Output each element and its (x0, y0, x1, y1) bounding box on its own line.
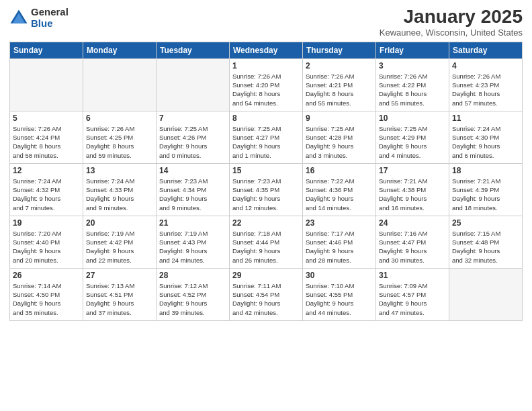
day-number: 7 (159, 113, 226, 123)
day-number: 26 (13, 271, 80, 280)
calendar-day-cell: 8Sunrise: 7:25 AM Sunset: 4:27 PM Daylig… (230, 111, 303, 163)
logo-text: General Blue (31, 7, 69, 29)
day-number: 2 (306, 61, 373, 71)
day-number: 20 (86, 218, 153, 228)
calendar-day-cell: 17Sunrise: 7:21 AM Sunset: 4:38 PM Dayli… (376, 163, 449, 216)
calendar-day-cell: 26Sunrise: 7:14 AM Sunset: 4:50 PM Dayli… (10, 268, 83, 320)
calendar-day-cell: 13Sunrise: 7:24 AM Sunset: 4:33 PM Dayli… (83, 163, 157, 216)
calendar-day-cell: 3Sunrise: 7:26 AM Sunset: 4:22 PM Daylig… (376, 58, 449, 111)
calendar-header: SundayMondayTuesdayWednesdayThursdayFrid… (10, 42, 523, 58)
calendar-table: SundayMondayTuesdayWednesdayThursdayFrid… (9, 42, 523, 321)
weekday-header: Saturday (449, 42, 523, 58)
day-info: Sunrise: 7:25 AM Sunset: 4:29 PM Dayligh… (379, 124, 446, 160)
day-info: Sunrise: 7:23 AM Sunset: 4:35 PM Dayligh… (232, 177, 300, 212)
day-info: Sunrise: 7:22 AM Sunset: 4:36 PM Dayligh… (306, 177, 373, 212)
day-info: Sunrise: 7:16 AM Sunset: 4:47 PM Dayligh… (379, 229, 446, 265)
day-info: Sunrise: 7:24 AM Sunset: 4:32 PM Dayligh… (13, 177, 80, 212)
day-info: Sunrise: 7:10 AM Sunset: 4:55 PM Dayligh… (306, 281, 373, 317)
day-info: Sunrise: 7:25 AM Sunset: 4:27 PM Dayligh… (232, 124, 300, 160)
calendar-day-cell: 19Sunrise: 7:20 AM Sunset: 4:40 PM Dayli… (10, 216, 83, 268)
page: General Blue January 2025 Kewaunee, Wisc… (0, 0, 532, 411)
calendar-day-cell (449, 268, 523, 320)
day-number: 18 (452, 166, 519, 175)
day-info: Sunrise: 7:19 AM Sunset: 4:43 PM Dayligh… (159, 229, 226, 265)
calendar-day-cell: 20Sunrise: 7:19 AM Sunset: 4:42 PM Dayli… (83, 216, 157, 268)
day-info: Sunrise: 7:19 AM Sunset: 4:42 PM Dayligh… (86, 229, 153, 265)
day-number: 5 (13, 113, 80, 123)
day-number: 14 (159, 166, 226, 175)
day-number: 13 (86, 166, 153, 175)
day-number: 4 (452, 61, 519, 71)
day-number: 15 (232, 166, 300, 175)
day-number: 24 (379, 218, 446, 228)
day-info: Sunrise: 7:11 AM Sunset: 4:54 PM Dayligh… (232, 281, 300, 317)
logo-icon (9, 9, 28, 28)
day-number: 27 (86, 271, 153, 280)
day-number: 9 (306, 113, 373, 123)
calendar-day-cell: 6Sunrise: 7:26 AM Sunset: 4:25 PM Daylig… (83, 111, 157, 163)
day-info: Sunrise: 7:24 AM Sunset: 4:33 PM Dayligh… (86, 177, 153, 212)
calendar-day-cell: 7Sunrise: 7:25 AM Sunset: 4:26 PM Daylig… (157, 111, 230, 163)
day-info: Sunrise: 7:26 AM Sunset: 4:21 PM Dayligh… (306, 72, 373, 107)
day-number: 3 (379, 61, 446, 71)
location: Kewaunee, Wisconsin, United States (380, 28, 523, 38)
day-info: Sunrise: 7:25 AM Sunset: 4:28 PM Dayligh… (306, 124, 373, 160)
day-number: 11 (452, 113, 519, 123)
calendar-day-cell: 30Sunrise: 7:10 AM Sunset: 4:55 PM Dayli… (303, 268, 376, 320)
calendar-week-row: 12Sunrise: 7:24 AM Sunset: 4:32 PM Dayli… (10, 163, 523, 216)
calendar-week-row: 19Sunrise: 7:20 AM Sunset: 4:40 PM Dayli… (10, 216, 523, 268)
day-number: 30 (306, 271, 373, 280)
calendar-day-cell: 5Sunrise: 7:26 AM Sunset: 4:24 PM Daylig… (10, 111, 83, 163)
day-number: 21 (159, 218, 226, 228)
title-block: January 2025 Kewaunee, Wisconsin, United… (380, 7, 523, 38)
calendar-day-cell: 12Sunrise: 7:24 AM Sunset: 4:32 PM Dayli… (10, 163, 83, 216)
calendar-day-cell: 4Sunrise: 7:26 AM Sunset: 4:23 PM Daylig… (449, 58, 523, 111)
day-info: Sunrise: 7:15 AM Sunset: 4:48 PM Dayligh… (452, 229, 519, 265)
calendar-week-row: 26Sunrise: 7:14 AM Sunset: 4:50 PM Dayli… (10, 268, 523, 320)
day-info: Sunrise: 7:17 AM Sunset: 4:46 PM Dayligh… (306, 229, 373, 265)
calendar-day-cell: 25Sunrise: 7:15 AM Sunset: 4:48 PM Dayli… (449, 216, 523, 268)
day-number: 10 (379, 113, 446, 123)
calendar-day-cell: 24Sunrise: 7:16 AM Sunset: 4:47 PM Dayli… (376, 216, 449, 268)
calendar-day-cell: 21Sunrise: 7:19 AM Sunset: 4:43 PM Dayli… (157, 216, 230, 268)
weekday-header: Thursday (303, 42, 376, 58)
month-title: January 2025 (380, 7, 523, 28)
calendar-day-cell: 31Sunrise: 7:09 AM Sunset: 4:57 PM Dayli… (376, 268, 449, 320)
logo-general-label: General (31, 7, 69, 18)
day-number: 28 (159, 271, 226, 280)
day-number: 22 (232, 218, 300, 228)
day-info: Sunrise: 7:25 AM Sunset: 4:26 PM Dayligh… (159, 124, 226, 160)
day-info: Sunrise: 7:18 AM Sunset: 4:44 PM Dayligh… (232, 229, 300, 265)
calendar-day-cell: 22Sunrise: 7:18 AM Sunset: 4:44 PM Dayli… (230, 216, 303, 268)
day-info: Sunrise: 7:21 AM Sunset: 4:39 PM Dayligh… (452, 177, 519, 212)
day-info: Sunrise: 7:21 AM Sunset: 4:38 PM Dayligh… (379, 177, 446, 212)
weekday-header: Wednesday (230, 42, 303, 58)
calendar-day-cell: 10Sunrise: 7:25 AM Sunset: 4:29 PM Dayli… (376, 111, 449, 163)
day-info: Sunrise: 7:26 AM Sunset: 4:24 PM Dayligh… (13, 124, 80, 160)
calendar-day-cell: 2Sunrise: 7:26 AM Sunset: 4:21 PM Daylig… (303, 58, 376, 111)
day-number: 25 (452, 218, 519, 228)
header: General Blue January 2025 Kewaunee, Wisc… (9, 7, 523, 38)
day-info: Sunrise: 7:26 AM Sunset: 4:23 PM Dayligh… (452, 72, 519, 107)
calendar-week-row: 1Sunrise: 7:26 AM Sunset: 4:20 PM Daylig… (10, 58, 523, 111)
weekday-row: SundayMondayTuesdayWednesdayThursdayFrid… (10, 42, 523, 58)
calendar-day-cell: 11Sunrise: 7:24 AM Sunset: 4:30 PM Dayli… (449, 111, 523, 163)
day-info: Sunrise: 7:26 AM Sunset: 4:25 PM Dayligh… (86, 124, 153, 160)
day-number: 19 (13, 218, 80, 228)
day-number: 31 (379, 271, 446, 280)
day-info: Sunrise: 7:26 AM Sunset: 4:20 PM Dayligh… (232, 72, 300, 107)
day-number: 16 (306, 166, 373, 175)
calendar-day-cell: 14Sunrise: 7:23 AM Sunset: 4:34 PM Dayli… (157, 163, 230, 216)
calendar-day-cell: 9Sunrise: 7:25 AM Sunset: 4:28 PM Daylig… (303, 111, 376, 163)
calendar-day-cell (83, 58, 157, 111)
calendar-day-cell: 23Sunrise: 7:17 AM Sunset: 4:46 PM Dayli… (303, 216, 376, 268)
day-info: Sunrise: 7:09 AM Sunset: 4:57 PM Dayligh… (379, 281, 446, 317)
weekday-header: Tuesday (157, 42, 230, 58)
day-number: 8 (232, 113, 300, 123)
calendar-day-cell: 28Sunrise: 7:12 AM Sunset: 4:52 PM Dayli… (157, 268, 230, 320)
weekday-header: Sunday (10, 42, 83, 58)
day-info: Sunrise: 7:20 AM Sunset: 4:40 PM Dayligh… (13, 229, 80, 265)
day-info: Sunrise: 7:24 AM Sunset: 4:30 PM Dayligh… (452, 124, 519, 160)
weekday-header: Friday (376, 42, 449, 58)
calendar-day-cell: 1Sunrise: 7:26 AM Sunset: 4:20 PM Daylig… (230, 58, 303, 111)
